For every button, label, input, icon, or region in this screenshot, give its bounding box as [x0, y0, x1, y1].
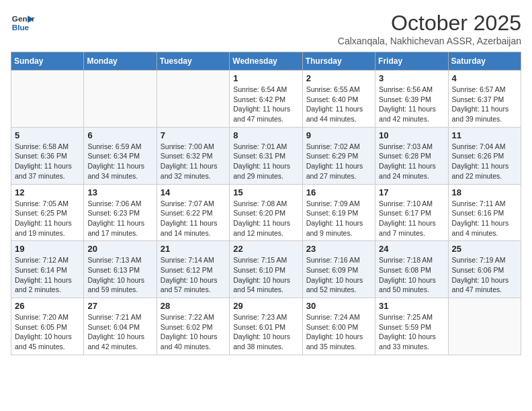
calendar-week-row: 12Sunrise: 7:05 AMSunset: 6:25 PMDayligh…: [11, 184, 521, 241]
day-number: 22: [233, 244, 298, 254]
day-info: Sunrise: 7:24 AMSunset: 6:00 PMDaylight:…: [306, 312, 371, 352]
day-number: 14: [161, 187, 226, 197]
day-number: 11: [452, 130, 517, 140]
day-info: Sunrise: 7:23 AMSunset: 6:01 PMDaylight:…: [233, 312, 298, 352]
day-of-week-header: Saturday: [448, 52, 521, 71]
day-cell: 30Sunrise: 7:24 AMSunset: 6:00 PMDayligh…: [302, 298, 375, 355]
day-cell: 23Sunrise: 7:16 AMSunset: 6:09 PMDayligh…: [302, 241, 375, 298]
day-cell: 25Sunrise: 7:19 AMSunset: 6:06 PMDayligh…: [448, 241, 521, 298]
day-number: 16: [306, 187, 371, 197]
calendar-week-row: 5Sunrise: 6:58 AMSunset: 6:36 PMDaylight…: [11, 127, 521, 184]
day-info: Sunrise: 7:20 AMSunset: 6:05 PMDaylight:…: [15, 312, 80, 352]
calendar-week-row: 19Sunrise: 7:12 AMSunset: 6:14 PMDayligh…: [11, 241, 521, 298]
day-info: Sunrise: 7:14 AMSunset: 6:12 PMDaylight:…: [161, 255, 226, 295]
day-cell: 5Sunrise: 6:58 AMSunset: 6:36 PMDaylight…: [11, 127, 84, 184]
day-number: 7: [161, 130, 226, 140]
day-cell: 3Sunrise: 6:56 AMSunset: 6:39 PMDaylight…: [375, 71, 448, 128]
day-cell: 7Sunrise: 7:00 AMSunset: 6:32 PMDaylight…: [157, 127, 229, 184]
calendar-header-row: SundayMondayTuesdayWednesdayThursdayFrid…: [11, 52, 521, 71]
empty-day-cell: [11, 71, 84, 128]
day-info: Sunrise: 6:54 AMSunset: 6:42 PMDaylight:…: [233, 85, 298, 124]
page-header: General Blue October 2025 Calxanqala, Na…: [11, 11, 521, 46]
day-number: 28: [161, 301, 226, 311]
logo: General Blue: [11, 11, 35, 35]
day-number: 27: [87, 301, 152, 311]
day-of-week-header: Friday: [375, 52, 448, 71]
day-cell: 2Sunrise: 6:55 AMSunset: 6:40 PMDaylight…: [302, 71, 375, 128]
day-info: Sunrise: 7:15 AMSunset: 6:10 PMDaylight:…: [233, 255, 298, 295]
empty-day-cell: [157, 71, 229, 128]
day-number: 24: [379, 244, 444, 254]
day-info: Sunrise: 7:07 AMSunset: 6:22 PMDaylight:…: [161, 199, 226, 238]
day-number: 13: [87, 187, 152, 197]
day-cell: 28Sunrise: 7:22 AMSunset: 6:02 PMDayligh…: [157, 298, 229, 355]
day-info: Sunrise: 6:56 AMSunset: 6:39 PMDaylight:…: [379, 85, 444, 124]
day-number: 9: [306, 130, 371, 140]
day-info: Sunrise: 6:57 AMSunset: 6:37 PMDaylight:…: [452, 85, 517, 124]
day-info: Sunrise: 7:02 AMSunset: 6:29 PMDaylight:…: [306, 142, 371, 181]
day-cell: 9Sunrise: 7:02 AMSunset: 6:29 PMDaylight…: [302, 127, 375, 184]
day-number: 10: [379, 130, 444, 140]
day-number: 15: [233, 187, 298, 197]
day-cell: 18Sunrise: 7:11 AMSunset: 6:16 PMDayligh…: [448, 184, 521, 241]
day-info: Sunrise: 7:12 AMSunset: 6:14 PMDaylight:…: [15, 255, 80, 295]
day-cell: 20Sunrise: 7:13 AMSunset: 6:13 PMDayligh…: [84, 241, 157, 298]
day-cell: 16Sunrise: 7:09 AMSunset: 6:19 PMDayligh…: [302, 184, 375, 241]
day-info: Sunrise: 6:59 AMSunset: 6:34 PMDaylight:…: [87, 142, 152, 181]
day-info: Sunrise: 7:03 AMSunset: 6:28 PMDaylight:…: [379, 142, 444, 181]
day-number: 6: [87, 130, 152, 140]
day-of-week-header: Monday: [84, 52, 157, 71]
day-info: Sunrise: 7:06 AMSunset: 6:23 PMDaylight:…: [87, 199, 152, 238]
day-info: Sunrise: 7:11 AMSunset: 6:16 PMDaylight:…: [452, 199, 517, 238]
day-number: 31: [379, 301, 444, 311]
day-number: 12: [15, 187, 80, 197]
day-info: Sunrise: 6:58 AMSunset: 6:36 PMDaylight:…: [15, 142, 80, 181]
logo-icon: General Blue: [11, 11, 35, 35]
location-subtitle: Calxanqala, Nakhichevan ASSR, Azerbaijan: [338, 36, 521, 46]
day-info: Sunrise: 7:25 AMSunset: 5:59 PMDaylight:…: [379, 312, 444, 352]
day-number: 4: [452, 73, 517, 83]
day-cell: 15Sunrise: 7:08 AMSunset: 6:20 PMDayligh…: [230, 184, 302, 241]
day-cell: 19Sunrise: 7:12 AMSunset: 6:14 PMDayligh…: [11, 241, 84, 298]
day-number: 30: [306, 301, 371, 311]
day-cell: 17Sunrise: 7:10 AMSunset: 6:17 PMDayligh…: [375, 184, 448, 241]
day-cell: 4Sunrise: 6:57 AMSunset: 6:37 PMDaylight…: [448, 71, 521, 128]
day-cell: 10Sunrise: 7:03 AMSunset: 6:28 PMDayligh…: [375, 127, 448, 184]
day-info: Sunrise: 7:22 AMSunset: 6:02 PMDaylight:…: [161, 312, 226, 352]
day-cell: 14Sunrise: 7:07 AMSunset: 6:22 PMDayligh…: [157, 184, 229, 241]
day-cell: 27Sunrise: 7:21 AMSunset: 6:04 PMDayligh…: [84, 298, 157, 355]
day-info: Sunrise: 7:16 AMSunset: 6:09 PMDaylight:…: [306, 255, 371, 295]
day-info: Sunrise: 7:04 AMSunset: 6:26 PMDaylight:…: [452, 142, 517, 181]
day-number: 21: [161, 244, 226, 254]
day-cell: 6Sunrise: 6:59 AMSunset: 6:34 PMDaylight…: [84, 127, 157, 184]
day-number: 20: [87, 244, 152, 254]
day-number: 23: [306, 244, 371, 254]
day-cell: 29Sunrise: 7:23 AMSunset: 6:01 PMDayligh…: [230, 298, 302, 355]
day-number: 3: [379, 73, 444, 83]
day-number: 25: [452, 244, 517, 254]
day-info: Sunrise: 6:55 AMSunset: 6:40 PMDaylight:…: [306, 85, 371, 124]
day-info: Sunrise: 7:19 AMSunset: 6:06 PMDaylight:…: [452, 255, 517, 295]
day-of-week-header: Thursday: [302, 52, 375, 71]
day-cell: 11Sunrise: 7:04 AMSunset: 6:26 PMDayligh…: [448, 127, 521, 184]
day-info: Sunrise: 7:13 AMSunset: 6:13 PMDaylight:…: [87, 255, 152, 295]
day-number: 5: [15, 130, 80, 140]
day-info: Sunrise: 7:10 AMSunset: 6:17 PMDaylight:…: [379, 199, 444, 238]
day-info: Sunrise: 7:01 AMSunset: 6:31 PMDaylight:…: [233, 142, 298, 181]
calendar-week-row: 1Sunrise: 6:54 AMSunset: 6:42 PMDaylight…: [11, 71, 521, 128]
day-info: Sunrise: 7:09 AMSunset: 6:19 PMDaylight:…: [306, 199, 371, 238]
day-cell: 8Sunrise: 7:01 AMSunset: 6:31 PMDaylight…: [230, 127, 302, 184]
empty-day-cell: [84, 71, 157, 128]
month-title: October 2025: [338, 11, 521, 36]
day-cell: 1Sunrise: 6:54 AMSunset: 6:42 PMDaylight…: [230, 71, 302, 128]
day-number: 19: [15, 244, 80, 254]
day-of-week-header: Tuesday: [157, 52, 229, 71]
day-cell: 21Sunrise: 7:14 AMSunset: 6:12 PMDayligh…: [157, 241, 229, 298]
svg-text:Blue: Blue: [12, 23, 30, 32]
empty-day-cell: [448, 298, 521, 355]
day-number: 29: [233, 301, 298, 311]
day-of-week-header: Wednesday: [230, 52, 302, 71]
day-of-week-header: Sunday: [11, 52, 84, 71]
day-info: Sunrise: 7:05 AMSunset: 6:25 PMDaylight:…: [15, 199, 80, 238]
day-cell: 26Sunrise: 7:20 AMSunset: 6:05 PMDayligh…: [11, 298, 84, 355]
